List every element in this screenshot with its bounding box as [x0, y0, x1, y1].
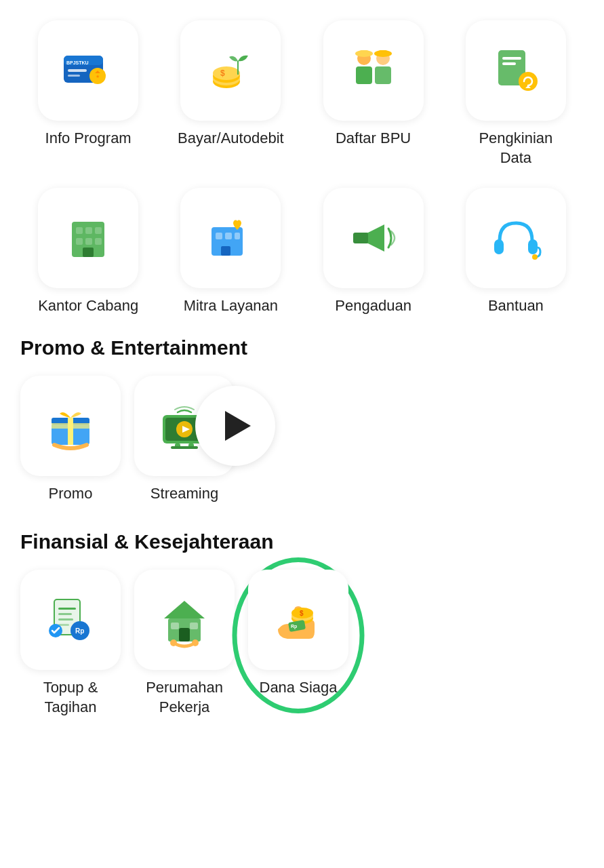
info-program-item[interactable]: BPJSTKU ★ Info Program — [20, 20, 156, 167]
topup-tagihan-label: Topup &Tagihan — [43, 678, 98, 717]
svg-rect-56 — [171, 446, 198, 449]
streaming-label: Streaming — [150, 484, 218, 504]
mitra-layanan-label: Mitra Layanan — [184, 296, 278, 316]
svg-rect-44 — [528, 239, 538, 254]
svg-rect-70 — [190, 623, 198, 629]
svg-rect-60 — [58, 613, 72, 615]
daftar-bpu-item[interactable]: Daftar BPU — [306, 20, 441, 167]
promo-item[interactable]: Promo — [20, 376, 121, 504]
svg-rect-36 — [83, 248, 94, 257]
svg-text:$: $ — [300, 610, 304, 617]
svg-rect-34 — [85, 238, 92, 245]
svg-rect-48 — [68, 418, 73, 445]
topup-icon-box: Rp — [20, 570, 121, 670]
finansial-grid: Rp Topup &Tagihan — [20, 570, 584, 717]
streaming-icon-container — [134, 376, 235, 476]
info-program-label: Info Program — [45, 129, 132, 149]
svg-point-11 — [213, 66, 240, 80]
svg-rect-49 — [52, 423, 89, 429]
perumahan-pekerja-item[interactable]: PerumahanPekerja — [134, 570, 235, 717]
dana-siaga-item[interactable]: $ Rp Dana Siaga — [248, 570, 348, 698]
promo-icon-box — [20, 376, 121, 476]
bantuan-icon-box — [466, 188, 566, 288]
svg-rect-43 — [494, 239, 504, 254]
svg-rect-35 — [95, 238, 102, 245]
svg-point-45 — [532, 254, 538, 260]
svg-rect-3 — [68, 75, 80, 77]
svg-marker-66 — [164, 601, 205, 618]
play-triangle-icon — [225, 411, 251, 441]
svg-rect-40 — [235, 233, 240, 239]
mitra-layanan-icon-box — [180, 188, 281, 288]
daftar-bpu-icon-box — [323, 20, 424, 121]
svg-text:BPJSTKU: BPJSTKU — [66, 60, 89, 65]
bayar-autodebit-item[interactable]: $ Bayar/Autodebit — [163, 20, 298, 167]
mitra-layanan-item[interactable]: Mitra Layanan — [163, 188, 298, 316]
svg-rect-24 — [502, 57, 521, 60]
svg-rect-38 — [216, 233, 222, 239]
svg-text:Rp: Rp — [291, 624, 297, 629]
promo-label: Promo — [49, 484, 93, 504]
svg-rect-17 — [360, 50, 368, 54]
svg-rect-30 — [76, 227, 83, 234]
svg-point-72 — [192, 639, 199, 646]
perumahan-pekerja-label: PerumahanPekerja — [146, 678, 223, 717]
bayar-autodebit-label: Bayar/Autodebit — [178, 129, 284, 149]
pengkinian-data-icon-box — [466, 20, 566, 121]
daftar-bpu-label: Daftar BPU — [336, 129, 411, 149]
svg-point-71 — [170, 639, 177, 646]
svg-rect-42 — [353, 233, 368, 243]
svg-rect-21 — [379, 50, 387, 54]
topup-tagihan-item[interactable]: Rp Topup &Tagihan — [20, 570, 121, 717]
svg-rect-39 — [225, 233, 232, 239]
pengkinian-data-item[interactable]: PengkinianData — [448, 20, 584, 167]
pengkinian-data-label: PengkinianData — [479, 129, 552, 167]
finansial-section: Finansial & Kesejahteraan Rp — [20, 530, 584, 717]
bayar-autodebit-icon-box: $ — [180, 20, 281, 121]
finansial-title: Finansial & Kesejahteraan — [20, 530, 584, 553]
promo-entertainment-section: Promo & Entertainment — [20, 336, 584, 504]
services-row-1: BPJSTKU ★ Info Program $ — [20, 20, 584, 167]
dana-siaga-wrapper: $ Rp Dana Siaga — [248, 570, 348, 698]
dana-siaga-icon-box: $ Rp — [248, 570, 348, 670]
svg-rect-68 — [179, 628, 190, 642]
svg-rect-19 — [375, 66, 391, 84]
dana-siaga-label: Dana Siaga — [260, 678, 338, 698]
play-button[interactable] — [195, 386, 275, 466]
svg-rect-61 — [58, 618, 73, 620]
svg-rect-33 — [76, 238, 83, 245]
kantor-cabang-item[interactable]: Kantor Cabang — [20, 188, 156, 316]
svg-text:$: $ — [220, 68, 225, 78]
page-container: BPJSTKU ★ Info Program $ — [0, 0, 604, 772]
kantor-cabang-label: Kantor Cabang — [38, 296, 138, 316]
svg-rect-2 — [68, 69, 87, 72]
svg-rect-31 — [85, 227, 92, 234]
svg-text:★: ★ — [96, 74, 100, 79]
promo-entertainment-title: Promo & Entertainment — [20, 336, 584, 359]
services-row-2: Kantor Cabang Mitra Layanan — [20, 188, 584, 316]
promo-grid: Promo — [20, 376, 584, 504]
pengaduan-label: Pengaduan — [335, 296, 411, 316]
pengaduan-icon-box — [323, 188, 424, 288]
svg-rect-15 — [356, 66, 372, 84]
svg-rect-59 — [58, 608, 76, 610]
svg-rect-25 — [502, 62, 516, 65]
svg-text:Rp: Rp — [75, 627, 84, 635]
kantor-cabang-icon-box — [38, 188, 138, 288]
bantuan-item[interactable]: Bantuan — [448, 188, 584, 316]
pengaduan-item[interactable]: Pengaduan — [306, 188, 441, 316]
info-program-icon-box: BPJSTKU ★ — [38, 20, 138, 121]
perumahan-icon-box — [134, 570, 235, 670]
svg-rect-41 — [221, 246, 230, 256]
streaming-item[interactable]: Streaming — [134, 376, 235, 504]
bantuan-label: Bantuan — [488, 296, 544, 316]
svg-rect-69 — [171, 623, 179, 629]
svg-rect-32 — [95, 227, 102, 234]
